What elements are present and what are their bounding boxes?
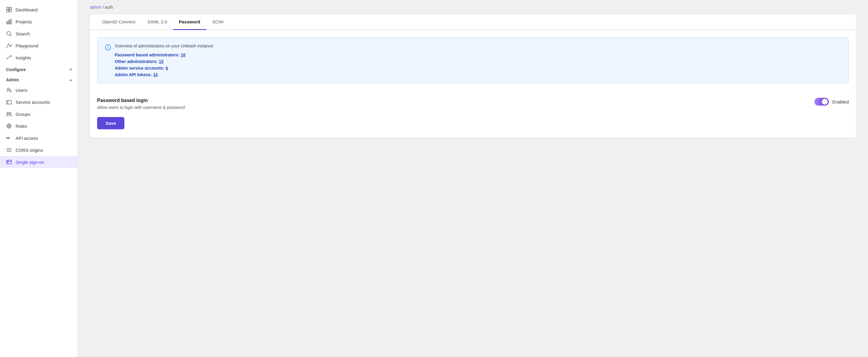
info-label-password-admins: Password based administrators: [115, 53, 180, 57]
info-label-service-accounts: Admin service accounts: [115, 66, 164, 70]
info-value-other-admins[interactable]: 15 [159, 59, 164, 64]
single-sign-on-label: Single sign-on [16, 159, 44, 165]
sidebar-item-api-access[interactable]: API access [0, 132, 78, 144]
insights-icon [6, 55, 12, 61]
projects-label: Projects [16, 19, 32, 24]
info-value-api-tokens[interactable]: 14 [153, 72, 158, 77]
svg-rect-0 [7, 7, 9, 9]
admin-label: Admin [6, 78, 19, 82]
cors-origins-label: CORS origins [16, 148, 43, 153]
password-login-description: Allow users to login with username & pas… [97, 105, 185, 110]
search-icon [6, 31, 12, 37]
info-row-password-admins: Password based administrators: 10 [115, 53, 214, 57]
sidebar-nav-insights[interactable]: Insights [0, 52, 78, 64]
dashboard-icon [6, 7, 12, 12]
playground-icon [6, 42, 12, 49]
dashboard-label: Dashboard [16, 7, 37, 12]
save-section: Save [90, 117, 856, 138]
users-icon [6, 87, 12, 93]
svg-point-19 [8, 125, 10, 127]
single-sign-on-icon [6, 159, 12, 165]
svg-point-36 [107, 46, 108, 47]
tabs-bar: OpenID Connect SAML 2.0 Password SCIM [90, 14, 856, 30]
info-row-api-tokens: Admin API tokens: 14 [115, 72, 214, 77]
toggle-enabled-label: Enabled [832, 99, 849, 105]
svg-rect-14 [7, 100, 11, 104]
info-label-other-admins: Other administrators: [115, 59, 158, 64]
service-accounts-icon [6, 99, 12, 105]
password-login-toggle[interactable] [814, 98, 829, 106]
svg-point-12 [11, 45, 12, 46]
svg-rect-2 [7, 10, 9, 12]
sidebar-nav-dashboard[interactable]: Dashboard [0, 4, 78, 16]
roles-label: Roles [16, 124, 27, 129]
svg-line-10 [8, 44, 10, 47]
sidebar-item-single-sign-on[interactable]: Single sign-on [0, 156, 78, 168]
projects-icon [6, 19, 12, 25]
sidebar-item-users[interactable]: Users [0, 84, 78, 96]
info-label-api-tokens: Admin API tokens: [115, 72, 152, 77]
admin-chevron-icon: ▴ [70, 78, 72, 82]
sidebar-item-service-accounts[interactable]: Service accounts [0, 96, 78, 108]
users-label: Users [16, 88, 27, 93]
breadcrumb-separator: / [102, 5, 105, 9]
svg-rect-5 [8, 21, 9, 24]
svg-rect-6 [10, 19, 11, 24]
sidebar: Dashboard Projects Search [0, 0, 78, 357]
login-section-info: Password based login Allow users to logi… [97, 98, 185, 110]
tab-password[interactable]: Password [173, 14, 206, 30]
svg-rect-1 [9, 7, 11, 9]
svg-point-16 [7, 113, 9, 114]
breadcrumb: admin / auth [78, 0, 868, 14]
insights-label: Insights [16, 55, 31, 60]
save-button[interactable]: Save [97, 117, 124, 129]
sidebar-nav-projects[interactable]: Projects [0, 16, 78, 28]
tab-openid-connect[interactable]: OpenID Connect [96, 14, 142, 30]
info-value-password-admins[interactable]: 10 [181, 53, 186, 57]
breadcrumb-current: auth [105, 5, 113, 9]
info-row-service-accounts: Admin service accounts: 6 [115, 66, 214, 70]
svg-line-8 [10, 35, 12, 36]
info-circle-icon [104, 44, 111, 51]
info-content: Overview of administrators on your Unlea… [115, 43, 214, 77]
svg-line-9 [7, 44, 8, 48]
svg-point-17 [9, 113, 11, 114]
sidebar-item-roles[interactable]: Roles [0, 120, 78, 132]
svg-rect-31 [7, 160, 11, 164]
groups-icon [6, 111, 12, 117]
sidebar-nav-search[interactable]: Search [0, 28, 78, 39]
svg-rect-4 [7, 22, 8, 24]
sidebar-item-cors-origins[interactable]: CORS origins [0, 144, 78, 156]
password-login-title: Password based login [97, 98, 185, 103]
info-row-other-admins: Other administrators: 15 [115, 59, 214, 64]
sidebar-item-groups[interactable]: Groups [0, 108, 78, 120]
svg-point-13 [7, 88, 9, 90]
main-content: admin / auth OpenID Connect SAML 2.0 Pas… [78, 0, 868, 357]
service-accounts-label: Service accounts [16, 99, 50, 105]
content-card: OpenID Connect SAML 2.0 Password SCIM Ov… [90, 14, 856, 138]
configure-section-header[interactable]: Configure ▾ [0, 64, 78, 74]
search-label: Search [16, 31, 30, 36]
api-access-label: API access [16, 136, 38, 141]
sidebar-nav-playground[interactable]: Playground [0, 39, 78, 52]
tab-scim[interactable]: SCIM [206, 14, 229, 30]
groups-label: Groups [16, 112, 30, 117]
tab-saml[interactable]: SAML 2.0 [142, 14, 173, 30]
api-access-icon [6, 135, 12, 141]
roles-icon [6, 123, 12, 129]
toggle-row: Enabled [814, 98, 849, 106]
info-value-service-accounts[interactable]: 6 [166, 66, 168, 70]
configure-chevron-icon: ▾ [70, 67, 72, 72]
password-login-section: Password based login Allow users to logi… [90, 91, 856, 117]
breadcrumb-admin-link[interactable]: admin [90, 5, 101, 9]
playground-label: Playground [16, 43, 38, 48]
info-box: Overview of administrators on your Unlea… [97, 37, 849, 83]
cors-origins-icon [6, 147, 12, 153]
svg-rect-3 [9, 10, 11, 12]
info-title: Overview of administrators on your Unlea… [115, 43, 214, 48]
admin-section-header[interactable]: Admin ▴ [0, 74, 78, 84]
svg-point-24 [7, 138, 8, 139]
configure-label: Configure [6, 67, 26, 72]
